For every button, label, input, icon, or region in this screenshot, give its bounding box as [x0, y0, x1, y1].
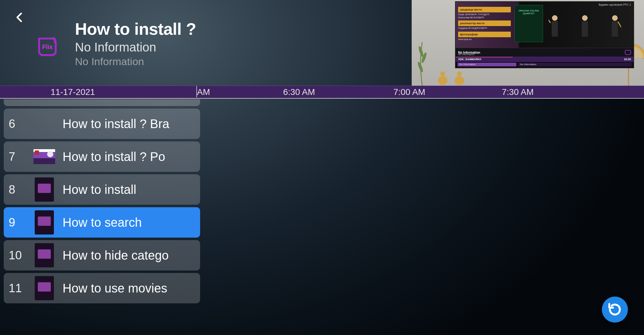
svg-rect-14 [625, 50, 631, 55]
osd-seg-current: No Information [458, 63, 516, 66]
channel-thumb [33, 277, 55, 299]
program-title: How to install ? [75, 19, 196, 38]
channel-number: 10 [9, 249, 33, 262]
stage-poster: DRAGAN ĆALINA QUARTET [515, 5, 543, 42]
timeline-tick-3: 7:30 AM [502, 87, 534, 97]
svg-point-7 [457, 71, 462, 76]
tv-video-area: Будимо одговорни РТС 1 уредници вести Ру… [456, 2, 633, 48]
ornament-2 [452, 67, 467, 86]
channel-label: How to search [63, 216, 142, 230]
svg-point-4 [438, 76, 448, 85]
channel-row[interactable]: 11 How to use movies [4, 273, 200, 303]
program-subtext: No Information [75, 56, 196, 68]
video-preview: Будимо одговорни РТС 1 уредници вести Ру… [412, 0, 644, 86]
svg-rect-13 [612, 21, 618, 37]
osd-subtitle: No Information [458, 53, 474, 56]
channel-thumb [33, 244, 55, 266]
credit-name-1: Ружа ЈЕРЕМИЋ ТУРУДИЋ Нинослав ВОЈНОВИЋ [458, 13, 489, 19]
channel-label: How to install [63, 183, 136, 197]
header: Flix How to install ? No Information No … [0, 0, 644, 86]
channel-thumb [33, 113, 55, 135]
osd-time: 15:20 [624, 58, 631, 61]
credit-role-1: уредници вести [458, 7, 511, 12]
svg-text:Flix: Flix [42, 43, 53, 50]
channel-row[interactable]: 8 How to install [4, 174, 200, 205]
svg-point-6 [454, 76, 464, 85]
ornament-1 [435, 67, 450, 86]
channel-label: How to use movies [63, 281, 167, 295]
svg-point-8 [552, 15, 558, 21]
channel-number: 6 [9, 117, 33, 131]
refresh-button[interactable] [602, 297, 628, 323]
channel-thumb [33, 146, 55, 168]
channel-number: 9 [9, 216, 33, 229]
svg-point-12 [612, 15, 618, 21]
timeline-tick-1: 6:30 AM [283, 87, 315, 97]
osd-seg-next: No Information [518, 63, 632, 66]
credit-name-2: Гордана ВУЈАДИНОВИЋ [458, 27, 487, 30]
tv-screen[interactable]: Будимо одговорни РТС 1 уредници вести Ру… [455, 1, 634, 68]
timeline-tick-0: AM [197, 87, 210, 97]
program-subtitle: No Information [75, 40, 196, 54]
performers [540, 5, 630, 42]
chevron-left-icon [13, 11, 25, 23]
tv-osd-bar: No Information No Information #DK: DANMA… [456, 48, 633, 68]
epg-timeline[interactable]: 11-17-2021 AM 6:30 AM 7:00 AM 7:30 AM [0, 86, 644, 99]
channel-number: 11 [9, 282, 33, 295]
osd-progress [456, 57, 513, 57]
back-button[interactable] [12, 10, 27, 25]
channel-thumb [33, 179, 55, 200]
svg-point-5 [440, 71, 445, 76]
svg-rect-11 [582, 21, 588, 37]
channel-label: How to install ? Bra [63, 117, 169, 131]
svg-rect-9 [552, 21, 558, 37]
credit-role-2: реализатор вести [458, 20, 511, 26]
osd-channel-tag: #DK: DANMARK# [458, 58, 481, 61]
credit-name-3: www.epa.eu [458, 38, 472, 41]
channel-thumb [33, 212, 55, 233]
program-info: Flix How to install ? No Information No … [34, 19, 196, 68]
channel-number: 7 [9, 150, 33, 163]
plant-decor [414, 39, 431, 86]
credit-role-3: фотографије [458, 32, 511, 37]
channel-row[interactable]: 10 How to hide catego [4, 240, 200, 270]
osd-logo-icon [625, 50, 631, 55]
channel-label: How to hide catego [63, 248, 169, 262]
channel-list[interactable]: 6 How to install ? Bra 7 How to install … [4, 99, 200, 306]
timeline-date: 11-17-2021 [0, 87, 146, 97]
channel-row[interactable]: 7 How to install ? Po [4, 141, 200, 172]
timeline-tick-2: 7:00 AM [393, 87, 425, 97]
flix-icon: Flix [35, 35, 59, 59]
channel-row-ghost [4, 99, 200, 106]
channel-label: How to install ? Po [63, 150, 165, 164]
app-logo: Flix [34, 34, 61, 60]
refresh-icon [607, 302, 622, 317]
channel-row[interactable]: 6 How to install ? Bra [4, 109, 200, 139]
channel-row-selected[interactable]: 9 How to search [4, 207, 200, 238]
channel-number: 8 [9, 183, 33, 196]
svg-point-10 [582, 15, 588, 21]
